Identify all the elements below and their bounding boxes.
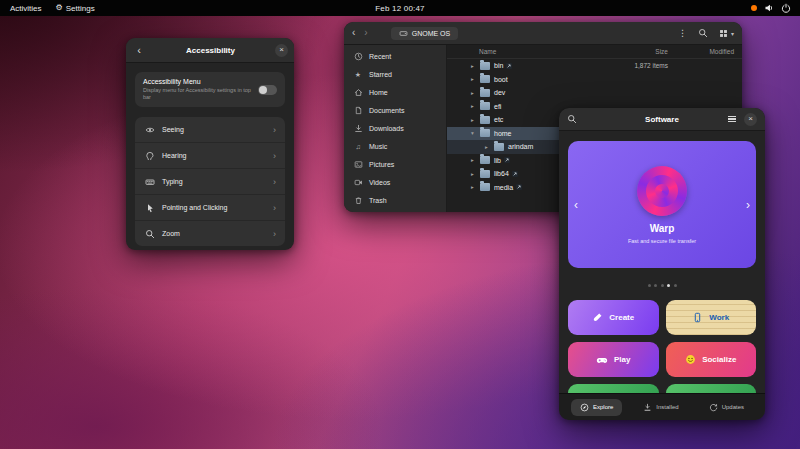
sidebar-item-music[interactable]: ♫ Music	[348, 138, 442, 155]
category-tile-partial[interactable]	[666, 384, 757, 393]
file-row-bin[interactable]: ▸ bin 1,872 items	[447, 59, 742, 73]
accessibility-titlebar[interactable]: ‹ Accessibility ×	[126, 38, 294, 63]
forward-icon[interactable]: ›	[364, 28, 367, 38]
tab-explore[interactable]: Explore	[571, 399, 622, 416]
expander-icon[interactable]: ▸	[485, 144, 494, 150]
expander-icon[interactable]: ▸	[471, 90, 480, 96]
sidebar-item-videos[interactable]: Videos	[348, 174, 442, 191]
carousel-dot[interactable]	[654, 284, 657, 287]
category-create[interactable]: Create	[568, 300, 659, 335]
settings-app-indicator[interactable]: ⚙ Settings	[56, 4, 95, 13]
row-typing[interactable]: Typing ›	[135, 168, 285, 194]
hamburger-menu-icon[interactable]	[728, 116, 736, 123]
volume-icon[interactable]	[764, 3, 774, 13]
tab-label: Installed	[656, 404, 678, 410]
column-size[interactable]: Size	[608, 48, 668, 55]
music-icon: ♫	[353, 143, 363, 150]
category-tile-partial[interactable]	[568, 384, 659, 393]
expander-icon[interactable]: ▸	[471, 76, 480, 82]
expander-icon[interactable]: ▸	[471, 103, 480, 109]
file-name: arindam	[508, 143, 533, 150]
sidebar-item-pictures[interactable]: Pictures	[348, 156, 442, 173]
carousel-dot[interactable]	[674, 284, 677, 287]
settings-label: Settings	[66, 4, 95, 13]
file-name: media	[494, 184, 513, 191]
folder-icon	[480, 75, 490, 83]
location-button[interactable]: GNOME OS	[391, 27, 459, 40]
eye-icon	[144, 125, 155, 135]
row-label: Zoom	[162, 230, 266, 237]
back-icon[interactable]: ‹	[352, 28, 355, 38]
search-icon[interactable]	[698, 28, 708, 38]
accessibility-menu-toggle[interactable]	[258, 85, 277, 95]
file-name: bin	[494, 62, 503, 69]
symlink-emblem-icon	[516, 184, 522, 190]
folder-icon	[480, 156, 490, 164]
row-zoom[interactable]: Zoom ›	[135, 220, 285, 246]
record-indicator-icon	[751, 5, 757, 11]
symlink-emblem-icon	[512, 171, 518, 177]
sidebar-item-documents[interactable]: Documents	[348, 102, 442, 119]
tab-label: Updates	[722, 404, 744, 410]
expander-icon[interactable]: ▸	[471, 157, 480, 163]
category-label: Play	[614, 355, 630, 364]
sidebar-item-home[interactable]: Home	[348, 84, 442, 101]
power-icon[interactable]	[781, 3, 791, 13]
symlink-emblem-icon	[506, 63, 512, 69]
expander-icon[interactable]: ▾	[471, 130, 480, 136]
brush-icon	[592, 312, 603, 323]
chevron-right-icon: ›	[273, 125, 276, 135]
desktop: Activities ⚙ Settings Feb 12 00:47 ‹ Acc…	[0, 0, 800, 449]
file-row-dev[interactable]: ▸ dev	[447, 86, 742, 100]
column-name[interactable]: Name	[453, 48, 608, 55]
category-work[interactable]: Work	[666, 300, 757, 335]
featured-app-banner[interactable]: ‹ › Warp Fast and secure file transfer	[568, 141, 756, 268]
close-icon[interactable]: ×	[275, 44, 288, 57]
search-icon[interactable]	[567, 114, 577, 124]
activities-button[interactable]: Activities	[10, 4, 42, 13]
carousel-prev-icon[interactable]: ‹	[574, 199, 578, 211]
menu-card-title: Accessibility Menu	[143, 78, 252, 85]
row-seeing[interactable]: Seeing ›	[135, 117, 285, 142]
expander-icon[interactable]: ▸	[471, 63, 480, 69]
column-modified[interactable]: Modified	[668, 48, 736, 55]
sidebar-item-downloads[interactable]: Downloads	[348, 120, 442, 137]
category-play[interactable]: Play	[568, 342, 659, 377]
back-icon[interactable]: ‹	[132, 44, 146, 56]
sidebar-item-trash[interactable]: Trash	[348, 192, 442, 209]
software-titlebar[interactable]: Software ×	[559, 108, 765, 131]
sidebar-item-starred[interactable]: ★ Starred	[348, 66, 442, 83]
category-socialize[interactable]: Socialize	[666, 342, 757, 377]
tab-updates[interactable]: Updates	[700, 399, 753, 416]
carousel-dot-active[interactable]	[667, 284, 670, 287]
menu-kebab-icon[interactable]: ⋮	[678, 29, 687, 38]
sidebar-label: Home	[369, 89, 388, 96]
sidebar-item-recent[interactable]: Recent	[348, 48, 442, 65]
expander-icon[interactable]: ▸	[471, 184, 480, 190]
category-label: Socialize	[702, 355, 736, 364]
chevron-right-icon: ›	[273, 151, 276, 161]
symlink-emblem-icon	[504, 157, 510, 163]
chevron-right-icon: ›	[273, 229, 276, 239]
software-bottom-tabs: Explore Installed Updates	[559, 393, 765, 420]
carousel-dot[interactable]	[661, 284, 664, 287]
file-row-boot[interactable]: ▸ boot	[447, 73, 742, 87]
software-window: Software × ‹ › Warp Fast and secure file…	[559, 108, 765, 420]
clock[interactable]: Feb 12 00:47	[375, 4, 425, 13]
close-icon[interactable]: ×	[744, 113, 757, 126]
row-hearing[interactable]: Hearing ›	[135, 142, 285, 168]
files-titlebar[interactable]: ‹ › GNOME OS ⋮ ▾	[344, 22, 742, 45]
tab-installed[interactable]: Installed	[634, 399, 687, 416]
file-name: boot	[494, 76, 508, 83]
row-pointing-clicking[interactable]: Pointing and Clicking ›	[135, 194, 285, 220]
expander-icon[interactable]: ▸	[471, 117, 480, 123]
toggle-knob	[259, 86, 267, 94]
clock-icon	[353, 52, 363, 61]
sidebar-label: Starred	[369, 71, 392, 78]
accessibility-window: ‹ Accessibility × Accessibility Menu Dis…	[126, 38, 294, 250]
view-toggle-button[interactable]: ▾	[719, 29, 734, 38]
keyboard-icon	[144, 177, 155, 187]
carousel-next-icon[interactable]: ›	[746, 199, 750, 211]
expander-icon[interactable]: ▸	[471, 171, 480, 177]
carousel-dot[interactable]	[648, 284, 651, 287]
